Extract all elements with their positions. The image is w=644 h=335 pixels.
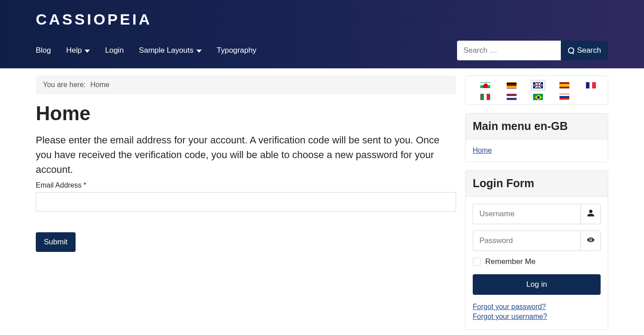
- main-menu-title: Main menu en-GB: [466, 113, 608, 139]
- nav-sample-layouts[interactable]: Sample Layouts: [139, 46, 202, 55]
- search-icon: [568, 47, 574, 54]
- submit-button[interactable]: Submit: [36, 232, 76, 252]
- flag-russia[interactable]: [559, 94, 569, 100]
- eye-icon: [587, 236, 595, 246]
- language-switcher: [465, 75, 608, 105]
- login-button[interactable]: Log in: [473, 274, 601, 295]
- flag-spain[interactable]: [559, 82, 569, 88]
- flag-wales[interactable]: [480, 82, 490, 88]
- username-field[interactable]: [473, 204, 580, 224]
- brand-link[interactable]: CASSIOPEIA: [36, 0, 152, 34]
- flag-france[interactable]: [586, 82, 596, 88]
- remember-checkbox[interactable]: [473, 258, 481, 266]
- show-password-button[interactable]: [580, 230, 601, 251]
- site-header: CASSIOPEIA Blog Help Login Sample Layout…: [0, 0, 644, 68]
- sidebar: Main menu en-GB Home Login Form: [465, 75, 608, 335]
- nav-help[interactable]: Help: [66, 46, 90, 55]
- main-nav: Blog Help Login Sample Layouts Typograph…: [36, 46, 256, 55]
- password-field[interactable]: [473, 230, 580, 251]
- nav-typography[interactable]: Typography: [217, 46, 257, 55]
- login-form-card: Login Form: [465, 170, 608, 330]
- login-form-title: Login Form: [466, 171, 608, 197]
- breadcrumb-home: Home: [90, 81, 110, 88]
- flag-germany[interactable]: [507, 82, 517, 88]
- search-input[interactable]: [457, 41, 561, 60]
- nav-login[interactable]: Login: [105, 46, 124, 55]
- nav-blog[interactable]: Blog: [36, 46, 51, 55]
- flag-netherlands[interactable]: [507, 94, 517, 100]
- brand-text: CASSIOPEIA: [36, 11, 152, 28]
- chevron-down-icon: [85, 50, 90, 53]
- username-addon: [580, 204, 601, 224]
- remember-label: Remember Me: [485, 257, 535, 266]
- search-button[interactable]: Search: [561, 41, 608, 60]
- main-menu-card: Main menu en-GB Home: [465, 113, 608, 162]
- email-label: Email Address *: [36, 181, 456, 189]
- flag-brazil[interactable]: [533, 94, 543, 100]
- forgot-username-link[interactable]: Forgot your username?: [473, 313, 601, 321]
- flag-italy[interactable]: [480, 94, 490, 100]
- breadcrumb: You are here: Home: [36, 75, 456, 94]
- search-form: Search: [457, 41, 608, 60]
- flag-uk[interactable]: [533, 82, 543, 88]
- page-title: Home: [36, 102, 456, 125]
- chevron-down-icon: [196, 50, 202, 53]
- email-field[interactable]: [36, 192, 456, 212]
- main-content: You are here: Home Home Please enter the…: [36, 75, 456, 335]
- user-icon: [587, 209, 595, 219]
- breadcrumb-label: You are here:: [43, 81, 85, 88]
- page-lead: Please enter the email address for your …: [36, 133, 456, 177]
- forgot-password-link[interactable]: Forgot your password?: [473, 303, 601, 311]
- menu-link-home[interactable]: Home: [473, 147, 492, 155]
